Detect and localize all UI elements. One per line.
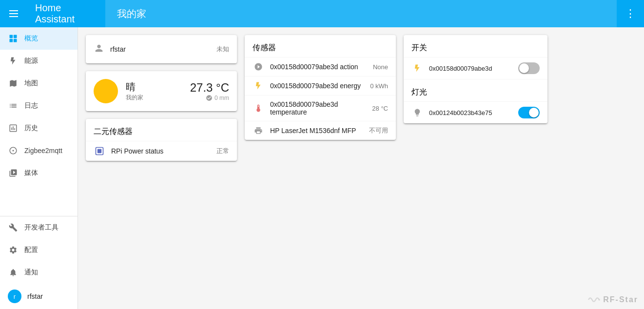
binary-sensor-value: 正常 <box>216 147 229 155</box>
sensor-row-3: HP LaserJet M1536dnf MFP 不可用 <box>245 121 396 140</box>
switch-light-card: 开关 0x00158d00079abe3d 灯光 0x001 <box>404 35 547 123</box>
media-icon <box>8 168 19 178</box>
switch-name-0: 0x00158d00079abe3d <box>429 65 512 72</box>
sidebar-label-zigbee2mqtt: Zigbee2mqtt <box>24 147 62 154</box>
light-row-0: 0x00124b0023b43e75 <box>404 101 547 123</box>
weather-condition: 晴 <box>126 80 190 94</box>
sensor-name-2: 0x00158d00079abe3d temperature <box>270 100 366 116</box>
user-card: rfstar 未知 <box>86 35 237 63</box>
sidebar-item-logbook[interactable]: 日志 <box>0 95 78 117</box>
sidebar-label-overview: 概览 <box>24 34 38 43</box>
app-title: Home Assistant <box>27 2 105 25</box>
map-icon <box>8 78 19 89</box>
sensor-value-0: None <box>373 63 388 71</box>
switch-toggle-0[interactable] <box>518 62 540 74</box>
svg-rect-1 <box>14 35 17 39</box>
switch-row-0: 0x00158d00079abe3d <box>404 57 547 79</box>
user-profile[interactable]: r rfstar <box>0 284 78 309</box>
binary-sensor-row: RPi Power status 正常 <box>86 141 237 161</box>
sensor-value-3: 不可用 <box>369 126 388 135</box>
username-label: rfstar <box>27 292 43 300</box>
rpi-icon <box>94 146 105 156</box>
gear-icon <box>8 245 19 255</box>
history-icon <box>8 123 19 134</box>
sidebar-item-zigbee2mqtt[interactable]: Zigbee2mqtt <box>0 139 78 162</box>
person-icon <box>94 43 104 56</box>
column-2: 传感器 0x00158d00079abe3d action None 0x001… <box>245 35 396 140</box>
action-icon <box>253 62 264 71</box>
light-toggle-0[interactable] <box>518 107 540 118</box>
menu-button[interactable] <box>0 0 27 27</box>
weather-temperature: 27.3 °C <box>190 81 229 95</box>
bell-icon <box>8 267 19 278</box>
more-button[interactable]: ⋮ <box>617 0 644 27</box>
avatar: r <box>8 290 21 303</box>
lights-title: 灯光 <box>404 79 547 101</box>
user-status: 未知 <box>216 45 229 54</box>
list-icon <box>8 100 19 111</box>
light-icon <box>411 108 423 117</box>
sidebar-item-map[interactable]: 地图 <box>0 72 78 95</box>
binary-sensor-title: 二元传感器 <box>86 119 237 141</box>
bolt-icon <box>8 56 19 66</box>
column-1: rfstar 未知 晴 我的家 27.3 °C 0 mm <box>86 35 237 161</box>
sensor-name-0: 0x00158d00079abe3d action <box>270 63 367 71</box>
temperature-icon <box>253 104 264 113</box>
svg-rect-5 <box>11 128 12 130</box>
svg-rect-10 <box>98 149 101 153</box>
sensor-value-2: 28 °C <box>372 105 388 112</box>
energy-sensor-icon <box>253 81 264 90</box>
svg-point-8 <box>13 150 14 152</box>
weather-location: 我的家 <box>126 94 190 102</box>
sensor-row-2: 0x00158d00079abe3d temperature 28 °C <box>245 95 396 121</box>
sidebar-label-settings: 配置 <box>24 246 38 254</box>
svg-rect-2 <box>10 39 13 42</box>
sensor-value-1: 0 kWh <box>370 82 388 90</box>
sidebar-item-energy[interactable]: 能源 <box>0 50 78 72</box>
svg-rect-7 <box>14 128 15 130</box>
svg-point-11 <box>598 299 600 301</box>
sidebar-label-map: 地图 <box>24 79 38 88</box>
sidebar-item-history[interactable]: 历史 <box>0 117 78 139</box>
sensor-name-1: 0x00158d00079abe3d energy <box>270 82 364 90</box>
watermark: RF-Star <box>587 294 638 305</box>
sidebar-item-media[interactable]: 媒体 <box>0 162 78 184</box>
sensors-title: 传感器 <box>245 35 396 57</box>
main-content: rfstar 未知 晴 我的家 27.3 °C 0 mm <box>78 27 644 309</box>
switches-title: 开关 <box>404 35 547 57</box>
printer-icon <box>253 126 264 135</box>
sun-icon <box>94 79 118 103</box>
sidebar-label-history: 历史 <box>24 124 38 133</box>
weather-precipitation: 0 mm <box>215 95 229 101</box>
svg-rect-3 <box>14 39 17 42</box>
binary-sensor-name: RPi Power status <box>111 147 211 155</box>
svg-rect-0 <box>10 35 13 39</box>
sidebar-item-overview[interactable]: 概览 <box>0 27 78 50</box>
sidebar-item-developer[interactable]: 开发者工具 <box>0 216 78 239</box>
zigbee-icon <box>8 145 19 156</box>
sidebar-label-notifications: 通知 <box>24 268 38 277</box>
user-name: rfstar <box>110 45 211 53</box>
sidebar: 概览 能源 地图 日志 历史 <box>0 27 78 309</box>
sensors-card: 传感器 0x00158d00079abe3d action None 0x001… <box>245 35 396 140</box>
light-name-0: 0x00124b0023b43e75 <box>429 109 512 116</box>
sensor-name-3: HP LaserJet M1536dnf MFP <box>270 127 363 135</box>
sidebar-label-media: 媒体 <box>24 169 38 177</box>
page-title: 我的家 <box>105 0 617 27</box>
grid-icon <box>8 33 19 44</box>
sidebar-item-notifications[interactable]: 通知 <box>0 261 78 284</box>
wrench-icon <box>8 222 19 233</box>
sidebar-label-developer: 开发者工具 <box>24 223 59 232</box>
switch-icon <box>411 64 423 73</box>
sensor-row-1: 0x00158d00079abe3d energy 0 kWh <box>245 76 396 95</box>
sidebar-label-logbook: 日志 <box>24 101 38 110</box>
sidebar-item-settings[interactable]: 配置 <box>0 239 78 261</box>
sensor-row-0: 0x00158d00079abe3d action None <box>245 57 396 76</box>
svg-rect-6 <box>13 126 14 130</box>
weather-card: 晴 我的家 27.3 °C 0 mm <box>86 71 237 111</box>
sidebar-label-energy: 能源 <box>24 57 38 65</box>
column-3: 开关 0x00158d00079abe3d 灯光 0x001 <box>404 35 547 123</box>
binary-sensor-card: 二元传感器 RPi Power status 正常 <box>86 119 237 161</box>
